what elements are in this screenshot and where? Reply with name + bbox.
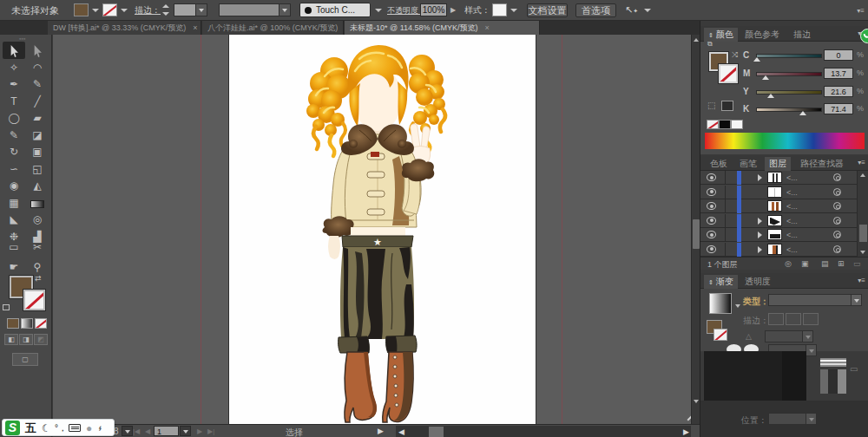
layer-1-name[interactable]: <... bbox=[786, 173, 798, 182]
stroke-weight-select[interactable] bbox=[174, 3, 207, 16]
layer-row-4[interactable]: <... bbox=[700, 214, 857, 228]
tab-swatches[interactable]: 色板 bbox=[706, 157, 732, 171]
doc-tab-2[interactable]: 八个洋娃娃.ai* @ 100% (CMYK/预览)× bbox=[202, 21, 344, 35]
paintbrush-tool[interactable]: ▰ bbox=[26, 109, 49, 127]
layer-3-visibility-eye-icon[interactable] bbox=[707, 202, 716, 210]
layer-row-1[interactable]: <... bbox=[700, 171, 857, 185]
artboard-tool[interactable]: ▭ bbox=[3, 238, 25, 256]
slider-track-k[interactable] bbox=[756, 108, 822, 112]
lasso-tool[interactable]: ◠ bbox=[26, 59, 49, 76]
layer-6-target-icon[interactable] bbox=[833, 245, 841, 253]
control-bar-menu-icon[interactable]: ▾≡ bbox=[857, 7, 865, 15]
tab-gradient[interactable]: ⇕ 渐变 bbox=[704, 275, 738, 289]
eraser-tool[interactable]: ◪ bbox=[26, 127, 49, 144]
layer-row-3[interactable]: <... bbox=[700, 199, 857, 213]
magic-wand-tool[interactable]: ✧ bbox=[3, 59, 25, 76]
tab-pathfinder[interactable]: 路径查找器 bbox=[796, 157, 848, 171]
rotate-tool[interactable]: ↻ bbox=[3, 143, 25, 160]
type-tool[interactable]: T bbox=[3, 93, 25, 110]
slider-value-m[interactable]: 13.7 bbox=[824, 68, 853, 79]
color-spectrum-bar[interactable] bbox=[705, 133, 865, 149]
tab-transparency[interactable]: 透明度 bbox=[740, 275, 775, 289]
zoom-dropdown[interactable] bbox=[122, 426, 133, 436]
stroke-weight-label[interactable]: 描边： bbox=[135, 0, 161, 21]
gradient-tool[interactable] bbox=[26, 194, 49, 212]
layer-1-target-icon[interactable] bbox=[833, 173, 841, 181]
canvas-area[interactable]: ★ bbox=[53, 35, 691, 424]
new-layer-icon[interactable]: ⊞ bbox=[838, 259, 845, 268]
hand-tool[interactable]: ☛ bbox=[3, 258, 25, 276]
layer-6-name[interactable]: <... bbox=[786, 245, 798, 254]
layer-4-thumbnail[interactable] bbox=[767, 215, 782, 226]
pencil-tool[interactable]: ✎ bbox=[3, 127, 25, 144]
tools-grip[interactable]: ▪▪▪ bbox=[19, 36, 25, 42]
doc-tab-3-close[interactable]: × bbox=[485, 23, 490, 32]
ellipse-tool[interactable]: ◯ bbox=[3, 109, 25, 127]
slider-track-c[interactable] bbox=[756, 54, 822, 58]
layer-4-visibility-eye-icon[interactable] bbox=[707, 217, 716, 225]
slider-pointer-m[interactable] bbox=[762, 75, 769, 80]
draw-behind-button[interactable]: ◨ bbox=[19, 334, 33, 345]
hscroll-right-arrow[interactable]: ▶ bbox=[683, 427, 689, 436]
draw-inside-button[interactable]: ◩ bbox=[34, 334, 48, 345]
layers-scrollbar[interactable] bbox=[857, 171, 868, 257]
selection-tool[interactable] bbox=[3, 42, 25, 59]
slider-pointer-c[interactable] bbox=[753, 57, 760, 62]
tab-color-guide[interactable]: 颜色参考 bbox=[740, 28, 784, 42]
layer-2-target-icon[interactable] bbox=[833, 188, 841, 196]
variable-width-select[interactable] bbox=[219, 3, 291, 16]
next-artboard-arrow[interactable]: ▶ bbox=[197, 427, 202, 435]
layer-2-visibility-eye-icon[interactable] bbox=[707, 188, 716, 196]
guide-right[interactable] bbox=[562, 35, 562, 424]
slider-pointer-y[interactable] bbox=[767, 94, 774, 98]
ime-keyboard-icon[interactable] bbox=[69, 424, 81, 432]
ime-punctuation-icon[interactable]: °， bbox=[55, 420, 67, 437]
screen-mode-button[interactable]: ▢ bbox=[12, 353, 38, 366]
line-tool[interactable]: ╱ bbox=[26, 93, 49, 110]
guide-left[interactable] bbox=[201, 35, 201, 424]
layer-4-name[interactable]: <... bbox=[786, 217, 798, 225]
black-swatch[interactable] bbox=[719, 120, 731, 129]
cursor-options-arrow[interactable] bbox=[644, 9, 651, 12]
stroke-gradient-across-button[interactable] bbox=[803, 313, 819, 325]
mesh-tool[interactable]: ▦ bbox=[3, 194, 25, 212]
scroll-up-arrow[interactable] bbox=[694, 38, 699, 42]
prev-artboard-arrow[interactable]: ◀ bbox=[145, 427, 150, 435]
style-swatch[interactable] bbox=[492, 3, 507, 16]
make-mask-icon[interactable]: ▣ bbox=[801, 259, 809, 268]
layer-5-expand-arrow[interactable] bbox=[758, 232, 762, 238]
style-dropdown-arrow[interactable] bbox=[510, 9, 517, 12]
layer-row-2[interactable]: <... bbox=[700, 186, 857, 199]
gradient-stroke-proxy[interactable] bbox=[713, 329, 727, 341]
layer-2-name[interactable]: <... bbox=[786, 188, 798, 197]
width-tool[interactable]: ∽ bbox=[3, 160, 25, 178]
fill-color-swatch[interactable] bbox=[74, 3, 89, 16]
doc-tab-3-active[interactable]: 未标题-10* @ 114.58% (CMYK/预览)× bbox=[345, 21, 540, 35]
layer-3-target-icon[interactable] bbox=[833, 202, 841, 210]
layer-1-visibility-eye-icon[interactable] bbox=[707, 173, 716, 181]
layer-1-expand-arrow[interactable] bbox=[758, 174, 762, 181]
layer-5-visibility-eye-icon[interactable] bbox=[707, 231, 716, 238]
mini-gradient-ramp[interactable] bbox=[820, 358, 846, 367]
ime-logo[interactable]: S bbox=[5, 421, 20, 435]
white-swatch[interactable] bbox=[731, 120, 743, 129]
slider-pointer-k[interactable] bbox=[799, 111, 806, 115]
gradient-panel-menu-icon[interactable]: ▾≡ bbox=[858, 277, 865, 284]
draw-normal-button[interactable]: ◧ bbox=[4, 334, 18, 345]
none-mode-button[interactable] bbox=[35, 318, 47, 329]
artboard-scale-tool[interactable]: ▣ bbox=[26, 143, 49, 160]
layer-5-thumbnail[interactable] bbox=[767, 229, 782, 240]
eyedropper-tool[interactable]: ◣ bbox=[3, 211, 25, 228]
ime-toolbar[interactable]: S 五 ☾ °， ● ⌁ bbox=[2, 419, 115, 436]
layer-5-target-icon[interactable] bbox=[833, 231, 841, 238]
pen-tool[interactable]: ✒ bbox=[3, 75, 25, 93]
curvature-tool[interactable]: ✎ bbox=[26, 75, 49, 93]
brush-definition-select[interactable]: Touch C... bbox=[299, 3, 371, 17]
free-transform-tool[interactable]: ◱ bbox=[26, 160, 49, 178]
brush-dropdown-arrow[interactable] bbox=[375, 9, 382, 12]
mini-gradient-stops[interactable] bbox=[820, 369, 846, 394]
layer-2-thumbnail[interactable] bbox=[767, 186, 782, 198]
doc-tab-1-close[interactable]: × bbox=[193, 23, 197, 32]
slider-value-k[interactable]: 71.4 bbox=[824, 103, 853, 114]
stroke-gradient-within-button[interactable] bbox=[768, 313, 784, 325]
